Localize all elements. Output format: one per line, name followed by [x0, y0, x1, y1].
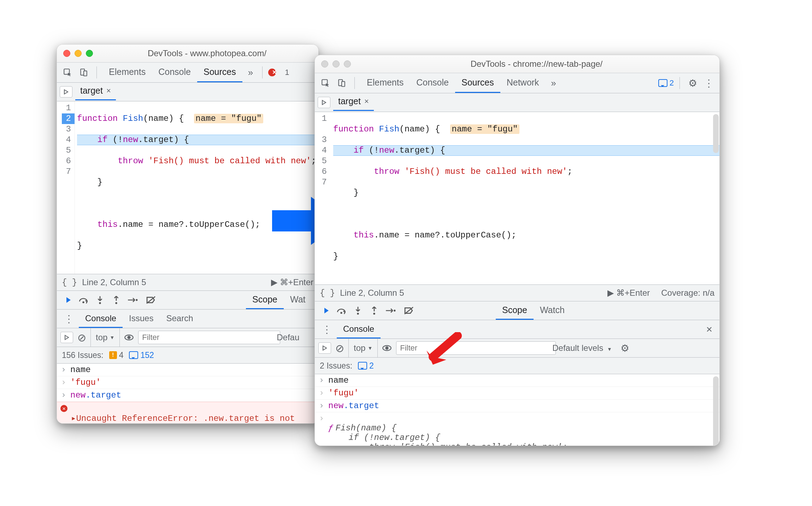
step-into-icon[interactable]	[93, 293, 107, 307]
drawer-tabs: ⋮ Console ×	[315, 320, 719, 339]
code-editor[interactable]: 1234567 function Fish(name) { name = "fu…	[57, 101, 318, 274]
file-tab-target[interactable]: target ×	[75, 83, 116, 100]
step-over-icon[interactable]	[335, 304, 349, 318]
inspect-element-icon[interactable]	[60, 65, 75, 80]
device-toggle-icon[interactable]	[77, 65, 91, 80]
tab-watch[interactable]: Watch	[534, 301, 571, 320]
console-output[interactable]: ›name ‹'fugu' ›new.target ✕ ▸Uncaught Re…	[57, 364, 318, 423]
issues-summary[interactable]: 2 Issues: 2	[315, 358, 719, 374]
snippet-run-button[interactable]	[60, 86, 72, 98]
console-output-1: 'fugu'	[70, 378, 101, 387]
console-filter-input[interactable]	[138, 331, 280, 344]
context-selector[interactable]: top ▼	[348, 339, 378, 357]
live-expression-icon[interactable]	[124, 333, 134, 342]
log-levels-selector[interactable]: Defau	[277, 333, 300, 342]
svg-point-15	[394, 310, 395, 311]
context-selector[interactable]: top ▼	[90, 328, 120, 347]
tab-scope[interactable]: Scope	[496, 301, 534, 320]
file-tab-target[interactable]: target ×	[333, 94, 374, 111]
console-error[interactable]: ✕ ▸Uncaught ReferenceError: .new.target …	[57, 402, 318, 423]
tab-sources[interactable]: Sources	[455, 73, 500, 93]
scrollbar[interactable]	[713, 114, 719, 153]
run-shortcut-hint[interactable]: ▶ ⌘+Enter	[271, 277, 313, 287]
deactivate-breakpoints-icon[interactable]	[402, 304, 416, 318]
console-output-function[interactable]: ‹ ƒFish(name) { if (!new.target) { throw…	[315, 412, 719, 446]
tab-elements[interactable]: Elements	[102, 63, 152, 82]
svg-point-4	[99, 302, 101, 304]
step-out-icon[interactable]	[367, 304, 381, 318]
device-toggle-icon[interactable]	[335, 76, 349, 90]
step-icon[interactable]	[125, 293, 140, 307]
tab-scope[interactable]: Scope	[246, 291, 284, 309]
traffic-lights	[321, 60, 351, 67]
clear-console-icon[interactable]: ⊘	[77, 331, 86, 344]
console-sidebar-toggle[interactable]	[318, 342, 331, 354]
step-out-icon[interactable]	[109, 293, 123, 307]
settings-gear-icon[interactable]: ⚙	[686, 76, 700, 90]
issues-summary[interactable]: 156 Issues: ! 4 152	[57, 347, 318, 364]
chevron-down-icon: ▼	[367, 345, 372, 351]
drawer-tab-search[interactable]: Search	[160, 310, 199, 328]
tab-console[interactable]: Console	[152, 63, 197, 82]
chevron-down-icon: ▼	[110, 335, 114, 340]
resume-icon[interactable]	[318, 304, 333, 318]
zoom-window-icon[interactable]	[86, 50, 93, 57]
code-editor[interactable]: 1234567 2 function Fish(name) { name = "…	[315, 112, 719, 285]
tab-network[interactable]: Network	[500, 73, 546, 93]
titlebar[interactable]: DevTools - www.photopea.com/	[57, 45, 318, 63]
log-levels-selector[interactable]: Default levels ▼	[552, 343, 612, 353]
more-tabs-icon[interactable]: »	[245, 67, 257, 78]
drawer-menu-icon[interactable]: ⋮	[60, 313, 77, 325]
drawer-tab-console[interactable]: Console	[79, 310, 123, 328]
close-tab-icon[interactable]: ×	[364, 97, 369, 106]
more-tabs-icon[interactable]: »	[547, 78, 559, 89]
error-count-badge[interactable]: ✕ 1	[268, 68, 289, 77]
console-sidebar-toggle[interactable]	[60, 332, 73, 343]
console-output[interactable]: ›name ‹'fugu' ›new.target ‹ ƒFish(name) …	[315, 374, 719, 446]
step-icon[interactable]	[383, 304, 398, 318]
console-filter[interactable]	[138, 331, 272, 344]
drawer-menu-icon[interactable]: ⋮	[318, 324, 335, 335]
pretty-print-icon[interactable]: { }	[62, 278, 77, 287]
titlebar[interactable]: DevTools - chrome://new-tab-page/	[315, 55, 719, 73]
tab-console[interactable]: Console	[410, 73, 455, 93]
run-shortcut-hint[interactable]: ▶ ⌘+Enter	[607, 288, 650, 298]
close-tab-icon[interactable]: ×	[106, 86, 111, 95]
value-hint-badge: name = "fugu"	[450, 124, 519, 134]
tab-sources[interactable]: Sources	[197, 63, 242, 82]
deactivate-breakpoints-icon[interactable]	[144, 293, 158, 307]
snippet-run-button[interactable]	[318, 97, 330, 108]
close-drawer-icon[interactable]: ×	[702, 323, 716, 335]
live-expression-icon[interactable]	[382, 343, 392, 353]
clear-console-icon[interactable]: ⊘	[335, 342, 344, 354]
drawer-tab-issues[interactable]: Issues	[123, 310, 160, 328]
more-menu-icon[interactable]: ⋮	[702, 76, 716, 90]
console-filter-input[interactable]	[396, 341, 556, 355]
drawer-tab-console[interactable]: Console	[337, 320, 381, 339]
resume-icon[interactable]	[60, 293, 75, 307]
console-settings-icon[interactable]: ⚙	[620, 342, 629, 354]
inspect-element-icon[interactable]	[318, 76, 333, 90]
issue-count-badge[interactable]: 2	[658, 78, 674, 88]
scrollbar[interactable]	[713, 376, 719, 446]
step-into-icon[interactable]	[351, 304, 365, 318]
close-window-icon[interactable]	[63, 50, 70, 57]
zoom-window-icon[interactable]	[344, 60, 351, 67]
info-count: 2	[369, 361, 374, 371]
cursor-position: Line 2, Column 5	[82, 277, 146, 287]
step-over-icon[interactable]	[77, 293, 91, 307]
minimize-window-icon[interactable]	[75, 50, 82, 57]
minimize-window-icon[interactable]	[333, 60, 340, 67]
file-tab-strip: target ×	[57, 83, 318, 101]
tab-watch[interactable]: Wat	[284, 291, 315, 309]
tab-elements[interactable]: Elements	[360, 73, 410, 93]
svg-point-5	[115, 302, 117, 304]
close-window-icon[interactable]	[321, 60, 328, 67]
svg-point-13	[357, 313, 359, 314]
svg-rect-11	[342, 82, 345, 87]
console-filter[interactable]	[396, 341, 548, 355]
issue-count: 2	[670, 78, 674, 88]
coverage-status[interactable]: Coverage: n/a	[661, 288, 714, 298]
file-tab-strip: target ×	[315, 93, 719, 112]
pretty-print-icon[interactable]: { }	[320, 288, 335, 298]
